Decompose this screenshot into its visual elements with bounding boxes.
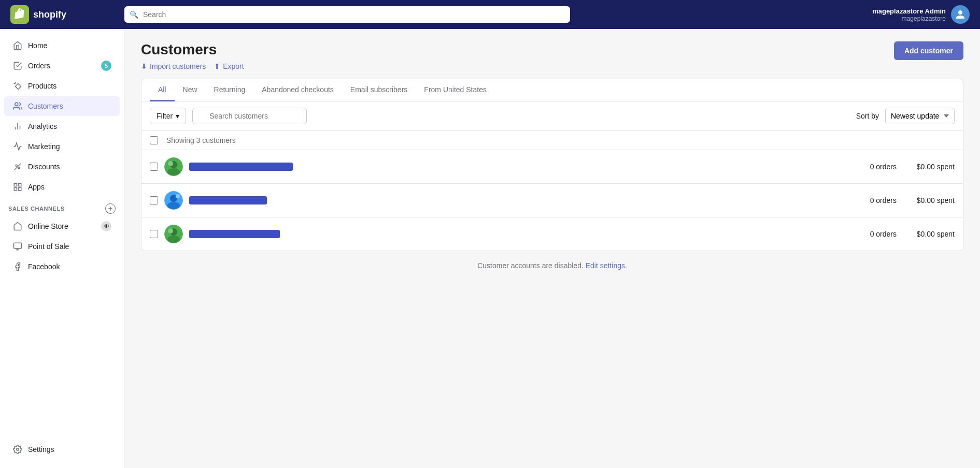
search-customers-wrap: 🔍	[192, 108, 850, 124]
sidebar-item-online-store-label: Online Store	[28, 222, 68, 230]
customer-3-spent: $0.00 spent	[903, 230, 955, 238]
sidebar-item-facebook[interactable]: Facebook	[4, 257, 120, 276]
svg-marker-1	[16, 84, 21, 90]
add-sales-channel-button[interactable]: +	[105, 203, 116, 214]
topnav-search-input[interactable]	[124, 6, 570, 23]
page-title: Customers	[141, 41, 244, 58]
filter-chevron-icon: ▾	[176, 112, 179, 120]
sidebar-item-apps-label: Apps	[28, 183, 45, 191]
svg-point-29	[167, 236, 180, 243]
eye-icon[interactable]: 👁	[101, 221, 111, 231]
export-link[interactable]: ⬆ Export	[214, 62, 244, 70]
svg-point-21	[167, 168, 180, 176]
sidebar-item-settings[interactable]: Settings	[4, 440, 120, 459]
user-store: mageplazastore	[872, 15, 946, 22]
topnav: shopify 🔍 mageplazastore Admin mageplaza…	[0, 0, 980, 29]
logo-text: shopify	[33, 9, 66, 20]
tab-abandoned[interactable]: Abandoned checkouts	[253, 79, 342, 101]
select-all-checkbox[interactable]	[150, 136, 158, 144]
tab-new[interactable]: New	[175, 79, 206, 101]
tab-returning[interactable]: Returning	[206, 79, 254, 101]
svg-line-10	[15, 164, 21, 170]
sidebar-item-home[interactable]: Home	[4, 36, 120, 55]
user-area: mageplazastore Admin mageplazastore	[872, 5, 970, 24]
user-info: mageplazastore Admin mageplazastore	[872, 7, 946, 22]
marketing-icon	[12, 141, 23, 152]
sidebar-item-marketing[interactable]: Marketing	[4, 137, 120, 156]
sidebar-item-pos-label: Point of Sale	[28, 242, 69, 251]
import-customers-link[interactable]: ⬇ Import customers	[141, 62, 206, 70]
customer-1-avatar	[164, 157, 183, 176]
export-icon: ⬆	[214, 62, 220, 70]
svg-point-4	[15, 103, 18, 106]
sidebar-item-discounts[interactable]: Discounts	[4, 157, 120, 177]
tab-all[interactable]: All	[150, 79, 175, 101]
table-row[interactable]: 0 orders $0.00 spent	[141, 150, 963, 184]
svg-rect-11	[14, 183, 17, 186]
sort-by-label: Sort by	[856, 112, 879, 120]
sidebar-item-customers[interactable]: Customers	[4, 96, 120, 116]
export-label: Export	[223, 62, 244, 70]
analytics-icon	[12, 121, 23, 131]
user-avatar[interactable]	[951, 5, 970, 24]
sort-select[interactable]: Newest update Oldest update Name A-Z Nam…	[885, 108, 955, 124]
sidebar-item-orders-label: Orders	[28, 62, 50, 70]
topnav-search-bar[interactable]: 🔍	[124, 6, 570, 23]
sidebar-item-home-label: Home	[28, 41, 47, 50]
table-row[interactable]: 0 orders $0.00 spent	[141, 217, 963, 251]
tab-email-subscribers[interactable]: Email subscribers	[342, 79, 416, 101]
store-icon	[12, 221, 23, 231]
search-customers-input[interactable]	[192, 108, 307, 124]
sidebar-item-products[interactable]: Products	[4, 76, 120, 96]
sidebar-item-settings-label: Settings	[28, 445, 54, 454]
footer-note: Customer accounts are disabled. Edit set…	[141, 251, 963, 280]
svg-point-18	[17, 448, 19, 451]
add-customer-button[interactable]: Add customer	[894, 41, 963, 60]
svg-point-9	[18, 167, 20, 169]
pos-icon	[12, 241, 23, 252]
import-icon: ⬇	[141, 62, 147, 70]
sidebar-item-online-store[interactable]: Online Store 👁	[4, 216, 120, 236]
sales-channels-label: SALES CHANNELS	[8, 206, 65, 212]
customer-2-avatar	[164, 191, 183, 210]
facebook-icon	[12, 261, 23, 272]
tab-from-us[interactable]: From United States	[416, 79, 495, 101]
customer-3-checkbox[interactable]	[150, 230, 158, 238]
showing-customers-text: Showing 3 customers	[166, 136, 236, 144]
logo-area: shopify	[10, 5, 114, 24]
sales-channels-section: SALES CHANNELS +	[0, 197, 124, 216]
main-content: Customers ⬇ Import customers ⬆ Export Ad…	[124, 29, 980, 468]
sidebar-item-apps[interactable]: Apps	[4, 177, 120, 197]
svg-rect-15	[14, 243, 22, 248]
customers-tabs: All New Returning Abandoned checkouts Em…	[141, 79, 963, 101]
discounts-icon	[12, 162, 23, 172]
svg-rect-14	[14, 188, 17, 191]
import-customers-label: Import customers	[150, 62, 206, 70]
accounts-disabled-text: Customer accounts are disabled.	[477, 261, 584, 270]
svg-point-8	[16, 165, 17, 166]
customer-3-info	[189, 230, 849, 238]
customer-2-checkbox[interactable]	[150, 196, 158, 204]
sidebar-item-analytics-label: Analytics	[28, 122, 57, 130]
customer-1-name-bar	[189, 163, 293, 171]
search-icon-top: 🔍	[130, 10, 138, 19]
table-row[interactable]: 0 orders $0.00 spent	[141, 184, 963, 217]
orders-icon	[12, 61, 23, 71]
svg-rect-13	[19, 188, 21, 191]
edit-settings-link[interactable]: Edit settings.	[586, 261, 627, 270]
sidebar-item-point-of-sale[interactable]: Point of Sale	[4, 237, 120, 256]
filter-button[interactable]: Filter ▾	[150, 108, 186, 124]
svg-rect-12	[19, 183, 21, 186]
customer-2-name-bar	[189, 196, 267, 204]
customer-1-checkbox[interactable]	[150, 163, 158, 171]
customers-icon	[12, 101, 23, 111]
sidebar-item-analytics[interactable]: Analytics	[4, 116, 120, 136]
sidebar-item-orders[interactable]: Orders 5	[4, 56, 120, 76]
page-actions: ⬇ Import customers ⬆ Export	[141, 62, 244, 70]
filter-row: Filter ▾ 🔍 Sort by Newest update Oldest …	[141, 101, 963, 131]
customer-3-name-bar	[189, 230, 280, 238]
customer-3-orders: 0 orders	[855, 230, 897, 238]
customer-2-info	[189, 196, 849, 204]
user-name: mageplazastore Admin	[872, 7, 946, 15]
customer-2-orders: 0 orders	[855, 196, 897, 204]
